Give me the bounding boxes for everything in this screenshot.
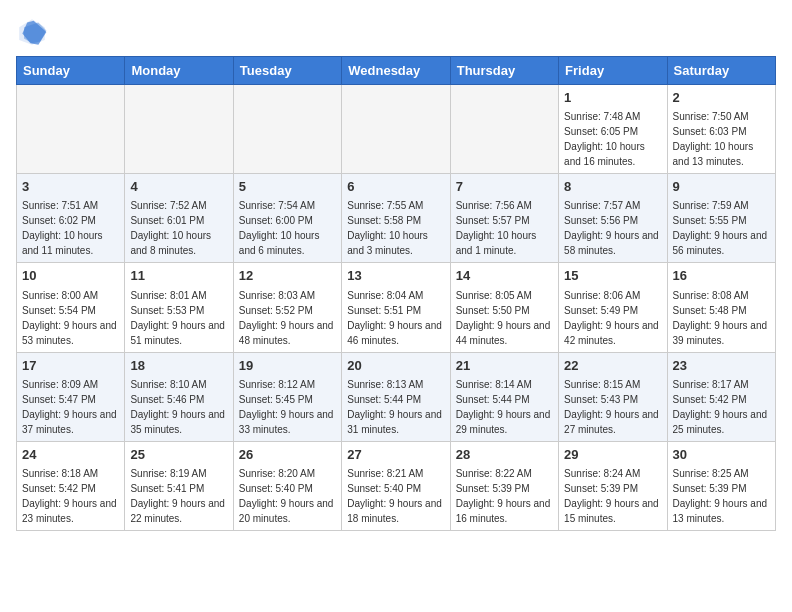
calendar-cell: 2Sunrise: 7:50 AMSunset: 6:03 PMDaylight… — [667, 85, 775, 174]
calendar-cell: 1Sunrise: 7:48 AMSunset: 6:05 PMDaylight… — [559, 85, 667, 174]
calendar-week-row: 3Sunrise: 7:51 AMSunset: 6:02 PMDaylight… — [17, 174, 776, 263]
weekday-header-wednesday: Wednesday — [342, 57, 450, 85]
day-number: 15 — [564, 267, 661, 285]
weekday-header-monday: Monday — [125, 57, 233, 85]
calendar-cell: 3Sunrise: 7:51 AMSunset: 6:02 PMDaylight… — [17, 174, 125, 263]
day-info: Sunrise: 7:54 AMSunset: 6:00 PMDaylight:… — [239, 200, 320, 256]
day-number: 5 — [239, 178, 336, 196]
calendar-cell: 12Sunrise: 8:03 AMSunset: 5:52 PMDayligh… — [233, 263, 341, 352]
day-number: 19 — [239, 357, 336, 375]
day-info: Sunrise: 7:48 AMSunset: 6:05 PMDaylight:… — [564, 111, 645, 167]
day-number: 21 — [456, 357, 553, 375]
day-info: Sunrise: 8:22 AMSunset: 5:39 PMDaylight:… — [456, 468, 551, 524]
calendar-cell: 5Sunrise: 7:54 AMSunset: 6:00 PMDaylight… — [233, 174, 341, 263]
calendar-cell: 4Sunrise: 7:52 AMSunset: 6:01 PMDaylight… — [125, 174, 233, 263]
day-number: 1 — [564, 89, 661, 107]
calendar-cell: 25Sunrise: 8:19 AMSunset: 5:41 PMDayligh… — [125, 441, 233, 530]
day-number: 8 — [564, 178, 661, 196]
day-info: Sunrise: 8:25 AMSunset: 5:39 PMDaylight:… — [673, 468, 768, 524]
day-info: Sunrise: 7:52 AMSunset: 6:01 PMDaylight:… — [130, 200, 211, 256]
day-info: Sunrise: 8:17 AMSunset: 5:42 PMDaylight:… — [673, 379, 768, 435]
calendar-cell: 17Sunrise: 8:09 AMSunset: 5:47 PMDayligh… — [17, 352, 125, 441]
day-number: 12 — [239, 267, 336, 285]
day-info: Sunrise: 7:56 AMSunset: 5:57 PMDaylight:… — [456, 200, 537, 256]
weekday-header-thursday: Thursday — [450, 57, 558, 85]
calendar-cell: 11Sunrise: 8:01 AMSunset: 5:53 PMDayligh… — [125, 263, 233, 352]
day-number: 29 — [564, 446, 661, 464]
calendar-cell: 24Sunrise: 8:18 AMSunset: 5:42 PMDayligh… — [17, 441, 125, 530]
calendar-cell — [233, 85, 341, 174]
day-info: Sunrise: 8:10 AMSunset: 5:46 PMDaylight:… — [130, 379, 225, 435]
calendar-cell: 30Sunrise: 8:25 AMSunset: 5:39 PMDayligh… — [667, 441, 775, 530]
calendar-cell: 7Sunrise: 7:56 AMSunset: 5:57 PMDaylight… — [450, 174, 558, 263]
day-number: 4 — [130, 178, 227, 196]
day-number: 16 — [673, 267, 770, 285]
calendar-cell: 26Sunrise: 8:20 AMSunset: 5:40 PMDayligh… — [233, 441, 341, 530]
day-info: Sunrise: 7:55 AMSunset: 5:58 PMDaylight:… — [347, 200, 428, 256]
weekday-header-sunday: Sunday — [17, 57, 125, 85]
calendar-cell: 18Sunrise: 8:10 AMSunset: 5:46 PMDayligh… — [125, 352, 233, 441]
calendar-cell: 22Sunrise: 8:15 AMSunset: 5:43 PMDayligh… — [559, 352, 667, 441]
day-number: 23 — [673, 357, 770, 375]
calendar-week-row: 10Sunrise: 8:00 AMSunset: 5:54 PMDayligh… — [17, 263, 776, 352]
day-info: Sunrise: 8:19 AMSunset: 5:41 PMDaylight:… — [130, 468, 225, 524]
day-info: Sunrise: 8:18 AMSunset: 5:42 PMDaylight:… — [22, 468, 117, 524]
day-number: 27 — [347, 446, 444, 464]
day-info: Sunrise: 8:01 AMSunset: 5:53 PMDaylight:… — [130, 290, 225, 346]
logo — [16, 16, 52, 48]
calendar-cell: 16Sunrise: 8:08 AMSunset: 5:48 PMDayligh… — [667, 263, 775, 352]
calendar-cell — [125, 85, 233, 174]
day-number: 25 — [130, 446, 227, 464]
calendar-cell: 10Sunrise: 8:00 AMSunset: 5:54 PMDayligh… — [17, 263, 125, 352]
day-number: 11 — [130, 267, 227, 285]
calendar-week-row: 17Sunrise: 8:09 AMSunset: 5:47 PMDayligh… — [17, 352, 776, 441]
day-number: 26 — [239, 446, 336, 464]
day-info: Sunrise: 8:08 AMSunset: 5:48 PMDaylight:… — [673, 290, 768, 346]
calendar-cell: 20Sunrise: 8:13 AMSunset: 5:44 PMDayligh… — [342, 352, 450, 441]
day-info: Sunrise: 8:14 AMSunset: 5:44 PMDaylight:… — [456, 379, 551, 435]
weekday-header-saturday: Saturday — [667, 57, 775, 85]
calendar-cell — [450, 85, 558, 174]
day-info: Sunrise: 8:04 AMSunset: 5:51 PMDaylight:… — [347, 290, 442, 346]
calendar-cell — [342, 85, 450, 174]
weekday-header-friday: Friday — [559, 57, 667, 85]
day-number: 20 — [347, 357, 444, 375]
day-number: 13 — [347, 267, 444, 285]
day-number: 14 — [456, 267, 553, 285]
day-number: 10 — [22, 267, 119, 285]
calendar-cell: 14Sunrise: 8:05 AMSunset: 5:50 PMDayligh… — [450, 263, 558, 352]
calendar-cell: 15Sunrise: 8:06 AMSunset: 5:49 PMDayligh… — [559, 263, 667, 352]
day-number: 9 — [673, 178, 770, 196]
day-info: Sunrise: 8:24 AMSunset: 5:39 PMDaylight:… — [564, 468, 659, 524]
calendar-cell: 9Sunrise: 7:59 AMSunset: 5:55 PMDaylight… — [667, 174, 775, 263]
day-number: 3 — [22, 178, 119, 196]
day-number: 17 — [22, 357, 119, 375]
day-info: Sunrise: 8:21 AMSunset: 5:40 PMDaylight:… — [347, 468, 442, 524]
day-info: Sunrise: 8:13 AMSunset: 5:44 PMDaylight:… — [347, 379, 442, 435]
day-info: Sunrise: 8:05 AMSunset: 5:50 PMDaylight:… — [456, 290, 551, 346]
calendar-week-row: 1Sunrise: 7:48 AMSunset: 6:05 PMDaylight… — [17, 85, 776, 174]
day-number: 18 — [130, 357, 227, 375]
weekday-header-tuesday: Tuesday — [233, 57, 341, 85]
day-info: Sunrise: 7:59 AMSunset: 5:55 PMDaylight:… — [673, 200, 768, 256]
day-info: Sunrise: 8:06 AMSunset: 5:49 PMDaylight:… — [564, 290, 659, 346]
calendar-week-row: 24Sunrise: 8:18 AMSunset: 5:42 PMDayligh… — [17, 441, 776, 530]
day-info: Sunrise: 8:15 AMSunset: 5:43 PMDaylight:… — [564, 379, 659, 435]
day-info: Sunrise: 7:57 AMSunset: 5:56 PMDaylight:… — [564, 200, 659, 256]
day-info: Sunrise: 8:12 AMSunset: 5:45 PMDaylight:… — [239, 379, 334, 435]
day-number: 30 — [673, 446, 770, 464]
page-header — [16, 16, 776, 48]
calendar-cell: 29Sunrise: 8:24 AMSunset: 5:39 PMDayligh… — [559, 441, 667, 530]
calendar-cell — [17, 85, 125, 174]
day-info: Sunrise: 8:00 AMSunset: 5:54 PMDaylight:… — [22, 290, 117, 346]
day-info: Sunrise: 8:09 AMSunset: 5:47 PMDaylight:… — [22, 379, 117, 435]
day-number: 6 — [347, 178, 444, 196]
calendar-cell: 28Sunrise: 8:22 AMSunset: 5:39 PMDayligh… — [450, 441, 558, 530]
calendar-cell: 19Sunrise: 8:12 AMSunset: 5:45 PMDayligh… — [233, 352, 341, 441]
day-info: Sunrise: 8:03 AMSunset: 5:52 PMDaylight:… — [239, 290, 334, 346]
day-info: Sunrise: 7:50 AMSunset: 6:03 PMDaylight:… — [673, 111, 754, 167]
calendar-cell: 13Sunrise: 8:04 AMSunset: 5:51 PMDayligh… — [342, 263, 450, 352]
day-number: 22 — [564, 357, 661, 375]
calendar-table: SundayMondayTuesdayWednesdayThursdayFrid… — [16, 56, 776, 531]
day-number: 2 — [673, 89, 770, 107]
